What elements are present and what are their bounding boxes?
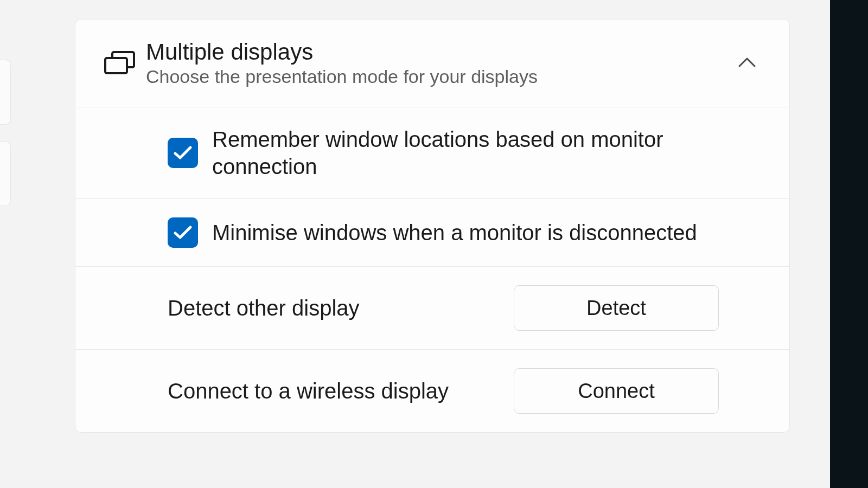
minimise-windows-label: Minimise windows when a monitor is disco… bbox=[212, 219, 697, 246]
detect-button[interactable]: Detect bbox=[514, 285, 719, 331]
minimise-windows-checkbox[interactable] bbox=[168, 217, 198, 248]
section-subtitle: Choose the presentation mode for your di… bbox=[146, 66, 737, 87]
sidebar-item-stub[interactable] bbox=[0, 60, 11, 125]
connect-button[interactable]: Connect bbox=[514, 368, 719, 414]
detect-display-label: Detect other display bbox=[168, 296, 360, 320]
detect-display-row: Detect other display Detect bbox=[75, 267, 789, 350]
sidebar-item-stub[interactable] bbox=[0, 141, 11, 206]
remember-window-locations-row: Remember window locations based on monit… bbox=[75, 107, 789, 199]
multiple-displays-card: Multiple displays Choose the presentatio… bbox=[75, 19, 790, 433]
section-title: Multiple displays bbox=[146, 39, 737, 65]
minimise-windows-row: Minimise windows when a monitor is disco… bbox=[75, 199, 789, 267]
svg-rect-1 bbox=[105, 58, 127, 73]
checkmark-icon bbox=[173, 145, 193, 160]
chevron-up-icon bbox=[737, 56, 757, 70]
multiple-displays-header[interactable]: Multiple displays Choose the presentatio… bbox=[75, 20, 789, 107]
connect-wireless-label: Connect to a wireless display bbox=[168, 379, 449, 403]
connect-wireless-row: Connect to a wireless display Connect bbox=[75, 350, 789, 432]
screen-edge bbox=[830, 0, 868, 488]
remember-window-locations-checkbox[interactable] bbox=[168, 138, 198, 168]
remember-window-locations-label: Remember window locations based on monit… bbox=[212, 126, 700, 180]
checkmark-icon bbox=[173, 225, 193, 240]
displays-icon bbox=[104, 50, 146, 77]
